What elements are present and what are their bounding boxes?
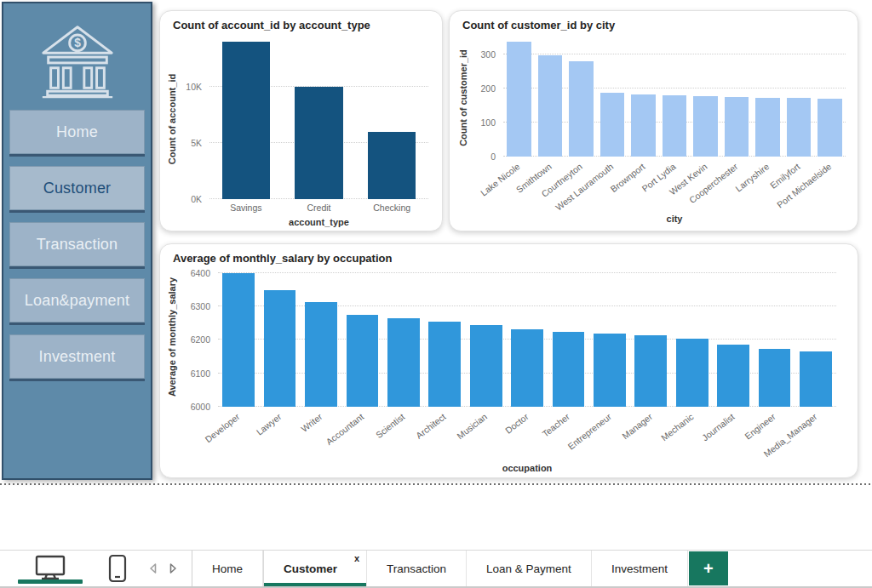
page-tab-customer[interactable]: Customerx [263,551,367,586]
bar-west-kevin[interactable] [693,96,718,157]
sidebar-nav-customer[interactable]: Customer [9,166,145,210]
bars [218,266,836,407]
sidebar-nav-transaction[interactable]: Transaction [9,222,145,266]
bar-port-lydia[interactable] [663,95,687,157]
sidebar-nav-home[interactable]: Home [9,110,145,154]
page-tab-investment[interactable]: Investment [592,551,688,586]
y-tick-label: 300 [480,49,496,60]
next-page-arrow-icon[interactable] [169,562,178,574]
y-axis-title: Count of customer_id [458,49,468,146]
mobile-view-button[interactable] [102,551,133,586]
x-axis-title: account_type [209,217,428,227]
sidebar: $ HomeCustomerTransactionLoan&paymentInv… [2,2,152,480]
y-axis-title: Average of monthly_salary [167,277,177,396]
plot-area: 60006100620063006400 [218,266,836,407]
y-tick-label: 0K [191,194,202,204]
bar-manager[interactable] [634,335,667,407]
x-axis-label: Checking [373,203,410,213]
page-tabs: HomeCustomerxTransactionLoan & PaymentIn… [192,551,688,586]
page-tab-bar: HomeCustomerxTransactionLoan & PaymentIn… [0,550,872,588]
y-tick-label: 200 [480,83,496,94]
y-tick-label: 6200 [191,334,210,345]
x-axis-label: Writer [299,411,324,434]
chart-title: Average of monthly_salary by occupation [173,252,392,265]
chart-title: Count of account_id by account_type [173,19,370,31]
x-axis-labels: Lake NicoleSmithtownCourtneytonWest Laur… [503,157,846,209]
x-axis-label: Savings [230,203,261,213]
bar-emilyfort[interactable] [787,98,812,157]
bar-courtneyton[interactable] [569,61,594,157]
tab-label: Investment [611,562,668,575]
y-tick-label: 10K [186,82,202,92]
desktop-view-button[interactable] [17,551,83,586]
bar-port-michaelside[interactable] [818,99,842,157]
phone-icon [108,554,127,583]
bar-writer[interactable] [305,302,337,407]
y-tick-label: 6400 [191,268,210,278]
y-tick-label: 5K [191,138,202,148]
x-axis-label: Lake Nicole [479,161,522,197]
view-switcher [0,551,133,586]
bar-cooperchester[interactable] [725,97,749,157]
sidebar-nav-investment[interactable]: Investment [9,334,145,379]
bar-journalist[interactable] [717,345,749,407]
tab-label: Loan & Payment [486,562,571,575]
bar-mechanic[interactable] [676,339,708,407]
x-axis-label: Doctor [503,411,531,436]
bar-doctor[interactable] [511,329,543,407]
bars [503,39,846,157]
bar-lake-nicole[interactable] [507,42,531,157]
y-tick-label: 6100 [191,368,210,379]
chart-card-city: Count of customer_id by city Count of cu… [449,10,858,231]
bar-savings[interactable] [222,42,271,199]
svg-text:$: $ [74,37,81,49]
page-boundary-dotted-line [0,483,872,485]
bar-brownport[interactable] [631,94,656,157]
bar-engineer[interactable] [759,349,791,407]
y-tick-label: 6300 [191,301,210,311]
prev-page-arrow-icon[interactable] [148,562,158,574]
x-axis-label: Developer [204,411,242,444]
bar-media-manager[interactable] [800,351,832,407]
bar-developer[interactable] [222,273,255,407]
bar-credit[interactable] [295,87,343,199]
page-tab-transaction[interactable]: Transaction [367,551,467,586]
bar-west-lauramouth[interactable] [600,93,625,157]
bank-logo-icon: $ [3,20,151,99]
sidebar-nav: HomeCustomerTransactionLoan&paymentInves… [3,110,151,379]
chart-title: Count of customer_id by city [462,19,615,31]
bar-scientist[interactable] [387,318,420,407]
y-tick-label: 100 [480,117,496,128]
plot-area: 0100200300 [503,39,846,157]
bar-larryshire[interactable] [755,98,780,157]
plus-icon: + [703,559,714,579]
page-tab-loan-payment[interactable]: Loan & Payment [467,551,592,586]
bar-lawyer[interactable] [264,290,296,408]
tab-label: Transaction [387,562,446,575]
x-axis-labels: SavingsCreditChecking [209,199,428,214]
x-axis-title: city [503,214,846,224]
bar-entrepreneur[interactable] [594,334,626,407]
close-tab-icon[interactable]: x [354,553,359,563]
sidebar-nav-loan-payment[interactable]: Loan&payment [9,278,145,323]
bar-musician[interactable] [470,325,502,407]
bar-accountant[interactable] [347,315,379,407]
bar-smithtown[interactable] [538,55,563,157]
bar-checking[interactable] [368,132,416,199]
chart-card-occupation: Average of monthly_salary by occupation … [159,243,858,478]
y-tick-label: 0 [490,151,496,162]
tab-label: Customer [284,562,337,575]
x-axis-title: occupation [218,463,836,473]
tab-label: Home [212,562,243,575]
add-page-button[interactable]: + [689,551,728,585]
x-axis-labels: DeveloperLawyerWriterAccountantScientist… [218,407,836,461]
plot-area: 0K5K10K [209,39,428,199]
x-axis-label: Credit [307,203,331,213]
y-tick-label: 6000 [191,402,210,412]
bar-architect[interactable] [428,322,461,407]
page-tab-home[interactable]: Home [192,551,263,586]
monitor-icon [34,555,66,583]
bar-teacher[interactable] [553,332,585,407]
page-nav-arrows [133,551,192,586]
y-axis-title: Count of account_id [167,74,177,164]
